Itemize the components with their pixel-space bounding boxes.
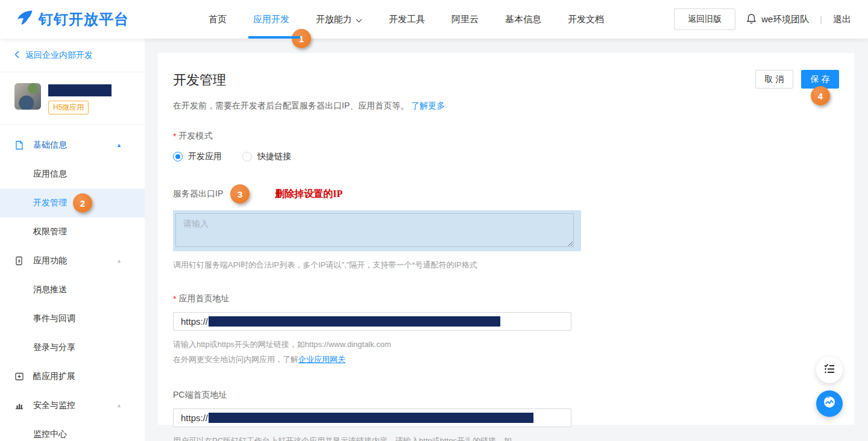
sidebar-item-events-callback[interactable]: 事件与回调 [0,304,145,333]
radio-label: 快捷链接 [257,151,291,162]
phone-bolt-icon [14,256,24,266]
main-area: 取 消 保 存 4 开发管理 在开发前，需要在开发者后台配置服务器出口IP、应用… [145,39,868,441]
app-avatar [14,83,41,110]
logo-text: 钉钉开放平台 [39,10,129,29]
app-name-redacted [48,84,112,96]
sidebar-item-message-push[interactable]: 消息推送 [0,275,145,304]
url-prefix: https:// [181,316,208,327]
nav-dev-docs[interactable]: 开发文档 [568,0,604,39]
back-old-version-button[interactable]: 返回旧版 [674,8,735,30]
account-area[interactable]: we环境团队 [746,13,809,26]
annotation-badge-4: 4 [811,86,830,105]
bar-chart-icon [14,401,24,410]
helper2-text: 在外网更安全地访问内网应用，了解 [173,355,298,364]
sidebar-item-label: 安全与监控 [33,400,75,411]
app-info-block: H5微应用 [0,72,145,125]
dev-mode-label: * 开发模式 [173,131,839,142]
radio-unchecked-icon[interactable] [242,152,252,161]
sidebar-item-permission[interactable]: 权限管理 [0,217,145,246]
radio-quick-link[interactable]: 快捷链接 [242,151,291,162]
square-plus-icon [14,372,24,381]
server-ip-section: 服务器出口IP 3 删除掉设置的IP 调用钉钉服务端API时的合法IP列表，多个… [173,184,839,271]
pc-home-label: PC端首页地址 [173,390,839,401]
nav-basic-info[interactable]: 基本信息 [505,0,541,39]
nav-home[interactable]: 首页 [209,0,227,39]
sidebar-item-label: 基础信息 [33,140,67,151]
dingtalk-assistant-float-button[interactable] [816,390,843,417]
ip-highlight-overlay [173,210,581,251]
app-home-helper2: 在外网更安全地访问内网应用，了解企业应用网关 [173,354,839,365]
nav-dev-tools[interactable]: 开发工具 [389,0,425,39]
server-ip-helper: 调用钉钉服务端API时的合法IP列表，多个IP请以","隔开，支持带一个*号通配… [173,258,839,271]
team-name: we环境团队 [761,14,809,25]
server-ip-textarea[interactable] [175,213,574,247]
radio-label: 开发应用 [188,151,222,162]
app-type-tag: H5微应用 [48,101,89,114]
top-header: 钉钉开放平台 首页 应用开发 1 开放能力 开发工具 阿里云 基本信息 开发文档… [0,0,868,39]
app-home-section: * 应用首页地址 https:// 请输入http或https开头的网址链接，如… [173,293,839,365]
doc-icon [14,140,24,150]
enterprise-gateway-link[interactable]: 企业应用网关 [298,355,345,364]
header-right: 返回旧版 we环境团队 | 退出 [674,8,868,30]
nav-open-capability-label: 开放能力 [316,14,352,25]
sidebar-item-login-share[interactable]: 登录与分享 [0,333,145,362]
cancel-button[interactable]: 取 消 [755,70,793,89]
top-nav: 首页 应用开发 1 开放能力 开发工具 阿里云 基本信息 开发文档 [209,0,604,39]
chevron-up-icon: ▲ [116,258,122,264]
sidebar-item-dev-management[interactable]: 开发管理 2 [0,189,145,217]
chevron-up-icon: ▲ [116,402,122,408]
app-home-input[interactable]: https:// [173,312,571,331]
logout-link[interactable]: 退出 [833,14,851,25]
url-prefix: https:// [181,413,208,423]
dev-management-card: 取 消 保 存 4 开发管理 在开发前，需要在开发者后台配置服务器出口IP、应用… [158,53,854,425]
sidebar-item-monitor-center[interactable]: 监控中心 [0,420,145,441]
subtitle-text: 在开发前，需要在开发者后台配置服务器出口IP、应用首页等。 [173,101,409,110]
chevron-up-icon: ▲ [116,142,122,148]
red-annotation-text: 删除掉设置的IP [275,188,342,201]
pc-home-section: PC端首页地址 https:// 用户可以在PC版钉钉工作台上打开这个应用并显示… [173,390,839,441]
sidebar-item-label: 酷应用扩展 [33,371,75,382]
page-title: 开发管理 [173,53,839,89]
server-ip-label: 服务器出口IP [173,189,223,199]
app-home-helper1: 请输入http或https开头的网址链接，如https://www.dingta… [173,338,839,351]
dingtalk-logo[interactable]: 钉钉开放平台 [0,9,151,30]
sidebar-menu: 基础信息 ▲ 应用信息 开发管理 2 权限管理 应用功能 ▲ 消息推送 事件与回… [0,125,145,441]
nav-aliyun[interactable]: 阿里云 [451,0,479,39]
page-subtitle: 在开发前，需要在开发者后台配置服务器出口IP、应用首页等。 了解更多 [173,101,839,111]
required-asterisk: * [173,131,176,141]
sidebar-item-cool-app[interactable]: 酷应用扩展 [0,362,145,391]
radio-dev-app[interactable]: 开发应用 [173,151,222,162]
back-to-internal-dev-link[interactable]: 返回企业内部开发 [0,39,145,72]
sidebar-item-basic-info[interactable]: 基础信息 ▲ [0,131,145,160]
sidebar-item-label: 开发管理 [33,198,67,208]
sidebar-item-label: 应用功能 [33,255,67,266]
pc-home-helper1: 用户可以在PC版钉钉工作台上打开这个应用并显示该链接内容。请输入http或htt… [173,434,839,441]
todo-list-float-button[interactable] [816,357,843,383]
learn-more-link[interactable]: 了解更多 [411,101,445,110]
annotation-badge-1: 1 [292,29,311,48]
radio-checked-icon[interactable] [173,152,183,161]
sidebar-item-app-info[interactable]: 应用信息 [0,160,145,189]
nav-open-capability[interactable]: 开放能力 [316,0,362,39]
back-link-label: 返回企业内部开发 [25,50,93,61]
pc-home-input[interactable]: https:// [173,408,571,427]
sidebar: 返回企业内部开发 H5微应用 基础信息 ▲ 应用信息 开发管理 2 权限管理 [0,39,145,441]
server-ip-label-row: 服务器出口IP 3 删除掉设置的IP [173,184,839,204]
checklist-icon [823,362,836,378]
sidebar-item-security-monitor[interactable]: 安全与监控 ▲ [0,391,145,420]
dingtalk-icon [822,395,837,413]
bell-icon[interactable] [746,13,756,26]
url-redaction [209,413,533,423]
nav-app-dev[interactable]: 应用开发 1 [253,0,289,39]
header-divider: | [820,14,822,24]
chevron-left-icon [14,51,19,60]
dev-mode-section: * 开发模式 开发应用 快捷链接 [173,131,839,162]
sidebar-item-app-features[interactable]: 应用功能 ▲ [0,246,145,275]
annotation-badge-3: 3 [230,184,250,204]
url-redaction [209,316,500,327]
app-home-label: * 应用首页地址 [173,293,839,304]
dingtalk-wing-icon [16,9,34,30]
annotation-badge-2: 2 [73,193,92,213]
required-asterisk: * [173,294,176,304]
nav-app-dev-label: 应用开发 [253,14,289,25]
